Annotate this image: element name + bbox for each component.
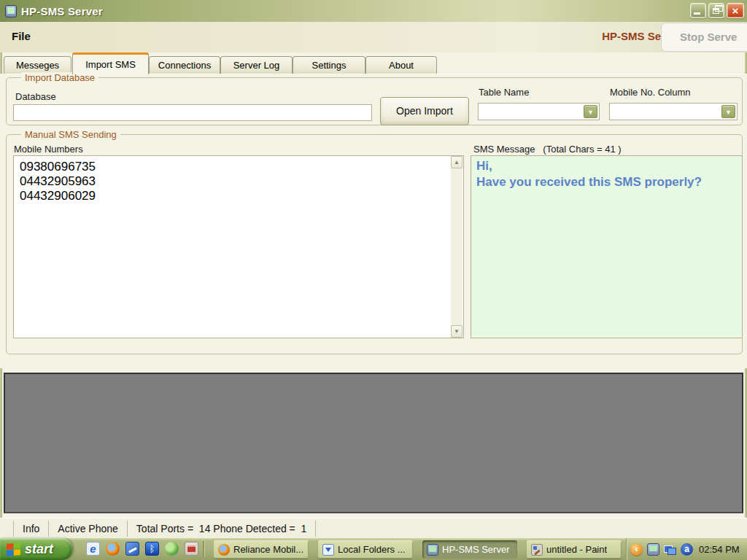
tab-strip: Messeges Import SMS Connections Server L…: [0, 52, 747, 74]
minimize-icon: [694, 12, 700, 15]
menu-file[interactable]: File: [12, 30, 31, 42]
phone-icon: [427, 544, 438, 556]
status-bar: Info Active Phone Total Ports = 14 Phone…: [0, 518, 747, 538]
taskbar-button-paint[interactable]: untitled - Paint: [527, 540, 622, 559]
tab-about[interactable]: About: [365, 56, 437, 74]
restore-icon: [713, 8, 719, 14]
stop-server-button[interactable]: Stop Serve: [661, 23, 747, 52]
mobile-column-label: Mobile No. Column: [610, 87, 691, 98]
database-input[interactable]: [13, 104, 372, 121]
scroll-down-icon[interactable]: ▼: [451, 325, 462, 338]
chevron-down-icon[interactable]: ▼: [721, 105, 735, 118]
taskbar-button-local-folders[interactable]: Local Folders ...: [318, 540, 413, 559]
scroll-up-icon[interactable]: ▲: [451, 156, 462, 168]
tab-settings[interactable]: Settings: [293, 56, 365, 74]
chevron-down-icon[interactable]: ▼: [584, 105, 597, 118]
taskbar-divider: [203, 541, 204, 557]
firefox-icon[interactable]: [106, 542, 120, 556]
tab-import-sms[interactable]: Import SMS: [72, 52, 149, 74]
title-bar: HP-SMS Server ×: [0, 0, 747, 22]
server-title-text: HP-SMS Se: [602, 30, 661, 42]
tray-phone-icon[interactable]: [647, 543, 659, 556]
internet-explorer-icon[interactable]: e: [86, 542, 100, 556]
database-label: Database: [15, 91, 56, 102]
minimize-button[interactable]: [690, 3, 706, 18]
app-icon[interactable]: [5, 5, 17, 18]
system-tray: ‹ a 02:54 PM: [626, 538, 747, 560]
bluetooth-icon[interactable]: ᛒ: [145, 542, 159, 556]
taskbar-button-hp-sms-server[interactable]: HP-SMS Server: [422, 540, 517, 559]
window-title: HP-SMS Server: [21, 5, 103, 18]
restore-button[interactable]: [708, 3, 724, 18]
messenger-icon[interactable]: [165, 542, 179, 556]
tray-language-icon[interactable]: a: [681, 543, 693, 556]
close-button[interactable]: ×: [727, 3, 744, 18]
taskbar-button-label: HP-SMS Server: [442, 544, 509, 555]
mobile-column-combobox[interactable]: ▼: [609, 103, 738, 120]
tray-network-icon[interactable]: [664, 543, 676, 556]
taskbar-button-reliance[interactable]: Reliance Mobil...: [214, 540, 309, 559]
desktop: HP-SMS Server × File HP-SMS Se Stop Serv…: [0, 0, 747, 560]
clock: 02:54 PM: [699, 544, 746, 555]
quick-launch-bar: e ᛒ: [86, 542, 198, 556]
mobile-numbers-textarea[interactable]: 09380696735 04432905963 04432906029: [13, 155, 464, 338]
mail-folder-icon: [322, 544, 334, 556]
taskbar-button-label: untitled - Paint: [546, 544, 607, 555]
status-ports: Total Ports = 14 Phone Detected = 1: [128, 521, 316, 537]
status-info: Info: [13, 521, 49, 537]
taskbar-button-label: Reliance Mobil...: [233, 544, 303, 555]
table-name-label: Table Name: [479, 87, 529, 98]
firefox-icon: [218, 544, 230, 556]
mobile-numbers-label: Mobile Numbers: [14, 144, 83, 155]
paint-icon: [531, 544, 543, 556]
tab-connections[interactable]: Connections: [149, 56, 220, 74]
tally-icon[interactable]: [185, 542, 198, 556]
start-label: start: [25, 542, 53, 557]
table-name-combobox[interactable]: ▼: [478, 103, 600, 120]
start-button[interactable]: start: [0, 538, 72, 560]
taskbar-button-label: Local Folders ...: [338, 544, 406, 555]
close-icon: ×: [727, 4, 743, 18]
menu-bar: File HP-SMS Se Stop Serve: [0, 22, 747, 52]
status-active-phone: Active Phone: [49, 521, 128, 537]
manual-sms-group-label: Manual SMS Sending: [21, 129, 120, 140]
show-desktop-icon[interactable]: [125, 542, 139, 556]
sms-message-textarea[interactable]: Hi, Have you received this SMS properly?: [471, 155, 743, 338]
sms-message-label: SMS Message (Total Chars = 41 ): [473, 144, 622, 155]
tab-server-log[interactable]: Server Log: [220, 56, 293, 74]
windows-logo-icon: [7, 542, 20, 556]
tray-collapse-icon[interactable]: ‹: [630, 543, 643, 556]
mobile-numbers-scrollbar[interactable]: ▲ ▼: [451, 156, 462, 338]
taskbar: start e ᛒ Reliance Mobil... Local Folder…: [0, 538, 747, 560]
open-import-button[interactable]: Open Import: [380, 97, 469, 125]
bottom-panel: [4, 373, 743, 513]
